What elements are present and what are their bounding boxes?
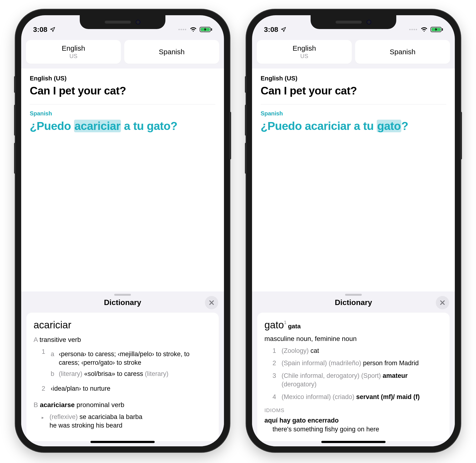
- language-selector-bar: English US Spanish: [252, 37, 455, 69]
- part-of-speech: masculine noun, feminine noun: [264, 335, 442, 343]
- sense-item: 1 (Zoology) cat: [272, 347, 442, 355]
- close-icon: [439, 300, 446, 306]
- translation-content: English (US) Can I pet your cat? Spanish…: [21, 69, 224, 292]
- battery-icon: [431, 27, 443, 32]
- notch: [80, 15, 165, 29]
- sense-section-b: B acariciarse pronominal verb: [34, 401, 212, 409]
- headword: gato1gata: [264, 319, 442, 331]
- language-selector-bar: English US Spanish: [21, 37, 224, 69]
- dictionary-sheet[interactable]: Dictionary acariciar A transitive verb 1…: [21, 292, 224, 446]
- sense-item: 3 (Chile informal, derogatory) (Sport) a…: [272, 371, 442, 389]
- highlighted-word[interactable]: gato: [377, 120, 401, 132]
- sheet-grabber[interactable]: [21, 292, 224, 296]
- source-language-name: English: [293, 44, 316, 52]
- target-label: Spanish: [260, 110, 446, 117]
- idiom-definition: there's something fishy going on here: [264, 426, 442, 433]
- source-language-sub: US: [70, 53, 77, 60]
- sheet-title: Dictionary: [104, 298, 141, 307]
- translation-content: English (US) Can I pet your cat? Spanish…: [252, 69, 455, 292]
- wifi-icon: [421, 27, 428, 32]
- phone-frame-left: 3:08 •••• English US Spanish: [16, 9, 230, 452]
- divider: [30, 104, 216, 105]
- dictionary-card[interactable]: gato1gata masculine noun, feminine noun …: [257, 313, 449, 441]
- target-language-name: Spanish: [159, 48, 184, 56]
- idiom-headword: aquí hay gato encerrado: [264, 417, 442, 424]
- source-text[interactable]: Can I pet your cat?: [260, 84, 446, 97]
- divider: [260, 104, 446, 105]
- source-language-button[interactable]: English US: [257, 40, 352, 64]
- sense-item: 1 a ‹persona› to caress; ‹mejilla/pelo› …: [42, 347, 212, 380]
- volume-up-button[interactable]: [14, 105, 16, 136]
- home-indicator[interactable]: [321, 441, 386, 443]
- home-indicator[interactable]: [90, 441, 155, 443]
- location-icon: [50, 27, 55, 32]
- phone-frame-right: 3:08 •••• English US Spanish: [246, 9, 460, 452]
- cell-signal-icon: ••••: [178, 27, 187, 32]
- close-button[interactable]: [436, 296, 449, 309]
- headword: acariciar: [34, 319, 212, 331]
- side-button[interactable]: [229, 112, 231, 160]
- location-icon: [281, 27, 286, 32]
- notch: [311, 15, 396, 29]
- side-button[interactable]: [460, 112, 462, 160]
- source-language-name: English: [62, 44, 85, 52]
- volume-up-button[interactable]: [245, 105, 247, 136]
- dictionary-sheet[interactable]: Dictionary gato1gata masculine noun, fem…: [252, 292, 455, 446]
- sense-item: 2 ‹idea/plan› to nurture: [42, 384, 212, 393]
- cell-signal-icon: ••••: [409, 27, 418, 32]
- source-language-button[interactable]: English US: [26, 40, 121, 64]
- status-time: 3:08: [264, 26, 278, 34]
- source-label: English (US): [260, 75, 446, 82]
- close-icon: [208, 300, 215, 306]
- volume-down-button[interactable]: [14, 143, 16, 174]
- mute-switch[interactable]: [245, 76, 247, 93]
- sheet-grabber[interactable]: [252, 292, 455, 296]
- target-label: Spanish: [30, 110, 216, 117]
- sense-item: 2 (Spain informal) (madrileño) person fr…: [272, 359, 442, 367]
- wifi-icon: [190, 27, 197, 32]
- idioms-header: IDIOMS: [264, 407, 442, 413]
- source-label: English (US): [30, 75, 216, 82]
- status-time: 3:08: [33, 26, 47, 34]
- sub-sense: a ‹persona› to caress; ‹mejilla/pelo› to…: [51, 350, 212, 367]
- dictionary-card[interactable]: acariciar A transitive verb 1 a ‹persona…: [27, 313, 219, 441]
- example: ▸ (reflexive) se acariciaba la barba he …: [42, 413, 212, 430]
- volume-down-button[interactable]: [245, 143, 247, 174]
- sense-item: 4 (Mexico informal) (criado) servant (mf…: [272, 392, 442, 401]
- sub-sense: b (literary) «sol/brisa» to caress (lite…: [51, 369, 212, 378]
- target-text[interactable]: ¿Puedo acariciar a tu gato?: [260, 119, 446, 133]
- sense-section-a: A transitive verb: [34, 336, 212, 344]
- source-language-sub: US: [300, 53, 308, 60]
- target-language-name: Spanish: [390, 48, 415, 56]
- mute-switch[interactable]: [14, 76, 16, 93]
- target-language-button[interactable]: Spanish: [124, 40, 219, 64]
- sheet-title: Dictionary: [335, 298, 372, 307]
- source-text[interactable]: Can I pet your cat?: [30, 84, 216, 97]
- target-text[interactable]: ¿Puedo acariciar a tu gato?: [30, 119, 216, 133]
- battery-icon: [200, 27, 212, 32]
- close-button[interactable]: [205, 296, 218, 309]
- target-language-button[interactable]: Spanish: [355, 40, 450, 64]
- highlighted-word[interactable]: acariciar: [74, 120, 121, 132]
